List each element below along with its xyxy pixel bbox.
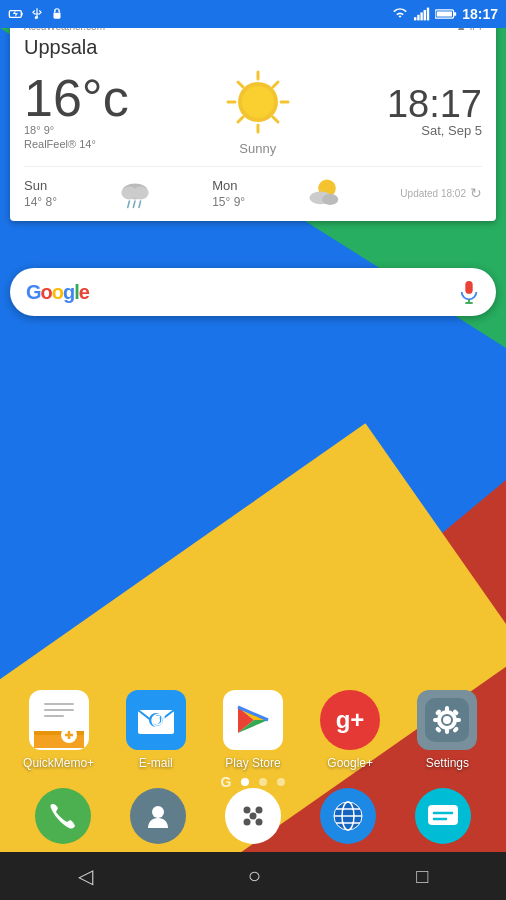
googleplus-label: Google+ <box>327 756 373 770</box>
google-logo: Google <box>26 281 89 304</box>
forecast-mon-label: Mon <box>212 178 237 193</box>
battery-icon <box>435 8 457 20</box>
search-bar[interactable]: Google <box>10 268 496 316</box>
forecast-mon-temps: 15° 9° <box>212 195 245 209</box>
signal-icon <box>414 7 430 21</box>
playstore-label: Play Store <box>225 756 280 770</box>
settings-icon <box>417 690 477 750</box>
sun-icon <box>223 67 293 137</box>
quickmemo-icon <box>29 690 89 750</box>
svg-point-53 <box>443 716 451 724</box>
email-label: E-mail <box>139 756 173 770</box>
weather-date: Sat, Sep 5 <box>387 123 482 138</box>
svg-text:g+: g+ <box>336 706 365 733</box>
svg-line-20 <box>273 117 278 122</box>
svg-rect-7 <box>421 12 423 20</box>
svg-rect-5 <box>414 17 416 20</box>
svg-line-21 <box>273 82 278 87</box>
weather-temp-section: 16°c 18° 9° RealFeel® 14° <box>24 72 129 152</box>
mic-icon[interactable] <box>458 279 480 305</box>
app-playstore[interactable]: Play Store <box>209 690 297 770</box>
weather-updated: Updated 18:02 ↻ <box>400 185 482 201</box>
usb-icon <box>30 6 44 22</box>
svg-point-67 <box>249 813 256 820</box>
svg-rect-40 <box>44 715 64 717</box>
status-time: 18:17 <box>462 6 498 22</box>
wifi-icon <box>391 7 409 21</box>
svg-line-27 <box>133 201 135 207</box>
quickmemo-label: QuickMemo+ <box>23 756 94 770</box>
svg-line-19 <box>238 82 243 87</box>
weather-time-block: 18:17 Sat, Sep 5 <box>387 85 482 138</box>
status-icons-right: 18:17 <box>391 6 498 22</box>
svg-point-64 <box>255 807 262 814</box>
svg-line-22 <box>238 117 243 122</box>
bottom-dock <box>0 780 506 852</box>
forecast-sun-label: Sun <box>24 178 47 193</box>
partly-cloudy-icon <box>303 175 343 211</box>
svg-point-3 <box>55 11 56 12</box>
battery-charging-icon <box>8 6 24 22</box>
status-icons-left <box>8 6 64 22</box>
svg-rect-39 <box>44 709 74 711</box>
forecast-sunday: Sun 14° 8° <box>24 178 57 209</box>
dock-browser[interactable] <box>320 788 376 844</box>
svg-rect-54 <box>445 706 449 712</box>
svg-rect-38 <box>44 703 74 705</box>
android-icon <box>50 6 64 22</box>
dock-messenger[interactable] <box>415 788 471 844</box>
svg-rect-55 <box>445 728 449 734</box>
svg-rect-32 <box>465 281 472 294</box>
svg-rect-12 <box>437 11 452 16</box>
svg-point-62 <box>152 806 164 818</box>
svg-rect-6 <box>417 15 419 21</box>
svg-line-26 <box>127 201 129 207</box>
svg-point-4 <box>58 11 59 12</box>
svg-rect-9 <box>427 8 429 21</box>
nav-recents-button[interactable]: □ <box>416 865 428 888</box>
svg-point-25 <box>132 187 148 200</box>
svg-rect-57 <box>455 718 461 722</box>
svg-point-66 <box>255 819 262 826</box>
dock-app-drawer[interactable] <box>225 788 281 844</box>
weather-city: Uppsala <box>24 36 482 59</box>
svg-point-63 <box>243 807 250 814</box>
weather-forecast: Sun 14° 8° Mon 15° 9° Updated 18:02 ↻ <box>24 166 482 211</box>
svg-rect-56 <box>433 718 439 722</box>
googleplus-icon: g+ <box>320 690 380 750</box>
svg-line-28 <box>139 201 141 207</box>
svg-point-65 <box>243 819 250 826</box>
weather-main: 16°c 18° 9° RealFeel® 14° Sunny <box>24 67 482 156</box>
weather-condition-section: Sunny <box>223 67 293 156</box>
settings-label: Settings <box>426 756 469 770</box>
svg-rect-11 <box>454 12 457 15</box>
status-bar: 18:17 <box>0 0 506 28</box>
weather-widget: AccuWeather.com ▲4/4 Uppsala 16°c 18° 9°… <box>10 10 496 221</box>
playstore-icon <box>223 690 283 750</box>
app-grid: QuickMemo+ E-mail <box>0 690 506 770</box>
dock-contacts[interactable] <box>130 788 186 844</box>
app-settings[interactable]: Settings <box>403 690 491 770</box>
email-icon <box>126 690 186 750</box>
rain-icon <box>115 175 155 211</box>
forecast-monday: Mon 15° 9° <box>212 178 245 209</box>
app-googleplus[interactable]: g+ Google+ <box>306 690 394 770</box>
nav-bar: ◁ ○ □ <box>0 852 506 900</box>
svg-rect-1 <box>21 13 22 16</box>
dock-phone[interactable] <box>35 788 91 844</box>
forecast-sun-temps: 14° 8° <box>24 195 57 209</box>
nav-back-button[interactable]: ◁ <box>78 864 93 888</box>
weather-clock: 18:17 <box>387 85 482 123</box>
weather-temperature: 16°c <box>24 72 129 124</box>
svg-rect-73 <box>428 805 458 825</box>
svg-point-2 <box>36 16 38 18</box>
app-quickmemo[interactable]: QuickMemo+ <box>15 690 103 770</box>
refresh-icon[interactable]: ↻ <box>470 185 482 201</box>
app-email[interactable]: E-mail <box>112 690 200 770</box>
svg-point-14 <box>242 86 274 118</box>
weather-realfeel: RealFeel® 14° <box>24 138 129 150</box>
svg-point-31 <box>322 194 338 205</box>
weather-condition-label: Sunny <box>223 141 293 156</box>
svg-rect-8 <box>424 10 426 20</box>
nav-home-button[interactable]: ○ <box>248 863 261 889</box>
